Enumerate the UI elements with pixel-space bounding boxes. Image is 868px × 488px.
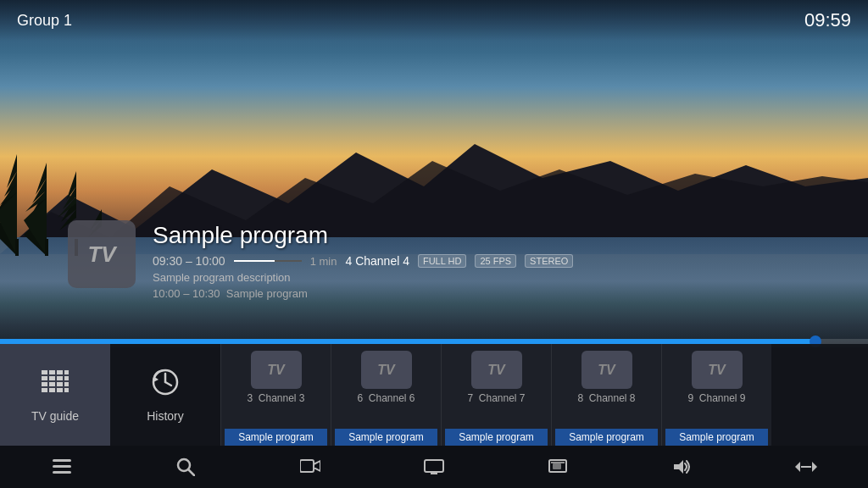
toolbar-video-btn[interactable] [289,450,331,484]
svg-rect-16 [42,376,47,380]
svg-rect-39 [425,460,443,472]
nav-item-history[interactable]: History [110,344,220,446]
channel-num-name: 4 Channel 4 [345,254,409,268]
card-logo-4: TV [692,351,743,389]
group-label: Group 1 [17,12,72,30]
toolbar-menu-btn[interactable] [41,450,83,484]
channels-strip: TV 3 Channel 3 Sample program TV 6 Chann… [220,344,868,446]
card-channel-num-2: 7 Channel 7 [467,392,525,404]
tv-guide-icon [40,367,70,404]
svg-rect-22 [57,382,63,386]
svg-rect-12 [42,370,47,374]
bottom-panel: TV guide History TV 3 Channel 3 Sample p… [0,344,868,446]
card-logo-2: TV [471,351,522,389]
channel-card-1[interactable]: TV 6 Channel 6 Sample program [331,344,441,446]
nav-history-label: History [147,409,184,423]
next-program: 10:00 – 10:30 Sample program [153,287,868,300]
card-logo-0: TV [251,351,302,389]
program-title: Sample program [153,222,868,249]
svg-marker-46 [795,462,800,472]
card-program-name-1: Sample program [335,429,437,446]
svg-rect-9 [15,239,19,256]
card-program-name-4: Sample program [665,429,768,446]
svg-rect-24 [42,388,47,392]
card-channel-num-0: 3 Channel 3 [247,392,304,404]
svg-line-36 [188,469,194,475]
badge-audio: STEREO [525,254,573,268]
svg-rect-25 [49,388,55,392]
program-description: Sample program description [153,271,868,284]
program-time: 09:30 – 10:00 [153,254,225,268]
channel-card-3[interactable]: TV 8 Channel 8 Sample program [551,344,661,446]
toolbar [0,446,868,488]
svg-marker-31 [153,376,159,382]
logo-text: TV [87,241,115,268]
svg-rect-18 [57,376,63,380]
program-info: TV Sample program 09:30 – 10:00 1 min 4 … [68,220,868,300]
program-time-row: 09:30 – 10:00 1 min 4 Channel 4 FULL HD … [153,254,868,268]
history-icon [150,367,181,404]
card-channel-num-1: 6 Channel 6 [357,392,415,404]
card-program-name-0: Sample program [225,429,327,446]
program-details: Sample program 09:30 – 10:00 1 min 4 Cha… [153,220,868,300]
nav-tvguide-label: TV guide [31,409,79,423]
svg-rect-13 [49,370,55,374]
toolbar-window-btn[interactable] [537,450,579,484]
nav-item-tvguide[interactable]: TV guide [0,344,110,446]
svg-line-30 [165,382,171,385]
svg-rect-34 [53,471,71,474]
channel-logo: TV [68,220,136,288]
svg-rect-37 [300,460,314,472]
top-bar: Group 1 09:59 [0,0,868,41]
badge-hd: FULL HD [418,254,466,268]
card-channel-num-4: 9 Channel 9 [687,392,745,404]
toolbar-search-btn[interactable] [164,450,207,484]
card-program-name-3: Sample program [555,429,658,446]
channel-card-4[interactable]: TV 9 Channel 9 Sample program [661,344,771,446]
toolbar-volume-btn[interactable] [661,450,704,484]
badge-fps: 25 FPS [475,254,516,268]
svg-rect-20 [42,382,47,386]
clock: 09:59 [804,9,851,31]
svg-rect-15 [64,370,69,374]
channel-card-2[interactable]: TV 7 Channel 7 Sample program [441,344,551,446]
svg-rect-10 [45,239,48,256]
channel-card-0[interactable]: TV 3 Channel 3 Sample program [220,344,331,446]
svg-rect-33 [53,465,71,468]
toolbar-screen-btn[interactable] [413,450,455,484]
svg-rect-27 [64,388,69,392]
svg-rect-21 [49,382,55,386]
svg-marker-47 [812,462,817,472]
svg-rect-17 [49,376,55,380]
svg-rect-26 [57,388,63,392]
svg-marker-38 [314,461,320,471]
svg-rect-19 [64,376,69,380]
svg-rect-23 [64,382,69,386]
progress-fill [234,260,275,262]
card-logo-3: TV [581,351,632,389]
progress-line [234,260,302,262]
card-channel-num-3: 8 Channel 8 [577,392,635,404]
svg-marker-45 [674,460,683,474]
card-program-name-2: Sample program [445,429,548,446]
toolbar-arrows-btn[interactable] [785,450,827,484]
card-logo-1: TV [361,351,412,389]
duration-label: 1 min [310,255,337,268]
svg-rect-32 [53,459,71,462]
svg-rect-43 [553,463,561,469]
svg-rect-14 [57,370,63,374]
